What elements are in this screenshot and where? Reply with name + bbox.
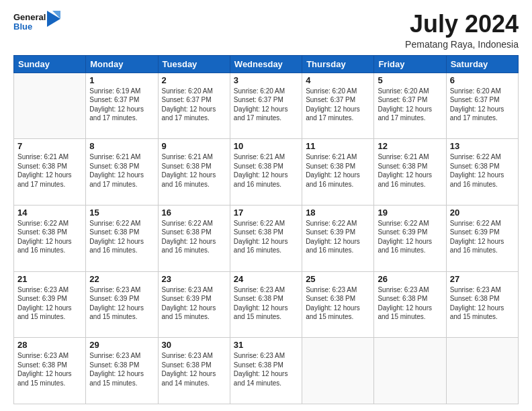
table-row xyxy=(14,73,86,139)
table-row: 14Sunrise: 6:22 AM Sunset: 6:38 PM Dayli… xyxy=(14,205,86,271)
calendar-table: Sunday Monday Tuesday Wednesday Thursday… xyxy=(13,55,519,404)
table-row: 1Sunrise: 6:19 AM Sunset: 6:37 PM Daylig… xyxy=(86,73,158,139)
day-number: 1 xyxy=(89,75,154,85)
table-row: 16Sunrise: 6:22 AM Sunset: 6:38 PM Dayli… xyxy=(158,205,230,271)
svg-text:General: General xyxy=(13,12,46,22)
table-row: 20Sunrise: 6:22 AM Sunset: 6:39 PM Dayli… xyxy=(446,205,518,271)
table-row: 19Sunrise: 6:22 AM Sunset: 6:39 PM Dayli… xyxy=(374,205,446,271)
table-row: 15Sunrise: 6:22 AM Sunset: 6:38 PM Dayli… xyxy=(86,205,158,271)
day-info: Sunrise: 6:23 AM Sunset: 6:39 PM Dayligh… xyxy=(17,285,82,322)
day-info: Sunrise: 6:21 AM Sunset: 6:38 PM Dayligh… xyxy=(17,152,82,189)
day-info: Sunrise: 6:23 AM Sunset: 6:38 PM Dayligh… xyxy=(162,351,226,387)
day-info: Sunrise: 6:21 AM Sunset: 6:38 PM Dayligh… xyxy=(234,152,298,189)
calendar-week-row: 28Sunrise: 6:23 AM Sunset: 6:38 PM Dayli… xyxy=(14,338,519,404)
day-info: Sunrise: 6:23 AM Sunset: 6:38 PM Dayligh… xyxy=(306,285,370,322)
table-row: 7Sunrise: 6:21 AM Sunset: 6:38 PM Daylig… xyxy=(14,139,86,205)
day-number: 9 xyxy=(162,141,226,151)
logo-arrow-icon xyxy=(47,11,60,35)
day-info: Sunrise: 6:22 AM Sunset: 6:38 PM Dayligh… xyxy=(234,219,298,255)
table-row: 24Sunrise: 6:23 AM Sunset: 6:38 PM Dayli… xyxy=(230,271,302,338)
table-row xyxy=(302,338,374,404)
day-info: Sunrise: 6:23 AM Sunset: 6:38 PM Dayligh… xyxy=(17,351,82,387)
day-info: Sunrise: 6:21 AM Sunset: 6:38 PM Dayligh… xyxy=(162,152,226,189)
day-number: 20 xyxy=(450,208,515,218)
table-row: 30Sunrise: 6:23 AM Sunset: 6:38 PM Dayli… xyxy=(158,338,230,404)
day-info: Sunrise: 6:19 AM Sunset: 6:37 PM Dayligh… xyxy=(89,87,154,123)
logo: General Blue xyxy=(13,11,48,35)
day-info: Sunrise: 6:21 AM Sunset: 6:38 PM Dayligh… xyxy=(89,152,154,189)
day-number: 17 xyxy=(234,208,298,218)
table-row xyxy=(374,338,446,404)
month-title: July 2024 xyxy=(405,11,519,38)
calendar-header-row: Sunday Monday Tuesday Wednesday Thursday… xyxy=(14,55,519,73)
day-info: Sunrise: 6:23 AM Sunset: 6:38 PM Dayligh… xyxy=(450,285,515,322)
day-number: 25 xyxy=(306,274,370,284)
day-number: 19 xyxy=(378,208,442,218)
day-info: Sunrise: 6:22 AM Sunset: 6:38 PM Dayligh… xyxy=(450,152,515,189)
day-number: 22 xyxy=(89,274,154,284)
title-block: July 2024 Pematang Raya, Indonesia xyxy=(405,11,519,50)
day-info: Sunrise: 6:21 AM Sunset: 6:38 PM Dayligh… xyxy=(306,152,370,189)
day-number: 28 xyxy=(17,340,82,350)
day-info: Sunrise: 6:20 AM Sunset: 6:37 PM Dayligh… xyxy=(306,87,370,123)
col-wednesday: Wednesday xyxy=(230,55,302,73)
table-row: 9Sunrise: 6:21 AM Sunset: 6:38 PM Daylig… xyxy=(158,139,230,205)
day-number: 2 xyxy=(162,75,226,85)
table-row: 12Sunrise: 6:21 AM Sunset: 6:38 PM Dayli… xyxy=(374,139,446,205)
day-info: Sunrise: 6:21 AM Sunset: 6:38 PM Dayligh… xyxy=(378,152,442,189)
col-saturday: Saturday xyxy=(446,55,518,73)
day-number: 5 xyxy=(378,75,442,85)
day-info: Sunrise: 6:22 AM Sunset: 6:38 PM Dayligh… xyxy=(89,219,154,255)
col-tuesday: Tuesday xyxy=(158,55,230,73)
day-number: 16 xyxy=(162,208,226,218)
day-number: 8 xyxy=(89,141,154,151)
day-info: Sunrise: 6:20 AM Sunset: 6:37 PM Dayligh… xyxy=(234,87,298,123)
table-row: 13Sunrise: 6:22 AM Sunset: 6:38 PM Dayli… xyxy=(446,139,518,205)
table-row: 11Sunrise: 6:21 AM Sunset: 6:38 PM Dayli… xyxy=(302,139,374,205)
table-row: 5Sunrise: 6:20 AM Sunset: 6:37 PM Daylig… xyxy=(374,73,446,139)
day-info: Sunrise: 6:23 AM Sunset: 6:38 PM Dayligh… xyxy=(234,285,298,322)
day-info: Sunrise: 6:20 AM Sunset: 6:37 PM Dayligh… xyxy=(162,87,226,123)
day-number: 4 xyxy=(306,75,370,85)
day-info: Sunrise: 6:23 AM Sunset: 6:39 PM Dayligh… xyxy=(89,285,154,322)
table-row: 18Sunrise: 6:22 AM Sunset: 6:39 PM Dayli… xyxy=(302,205,374,271)
table-row xyxy=(446,338,518,404)
day-number: 26 xyxy=(378,274,442,284)
table-row: 8Sunrise: 6:21 AM Sunset: 6:38 PM Daylig… xyxy=(86,139,158,205)
day-info: Sunrise: 6:20 AM Sunset: 6:37 PM Dayligh… xyxy=(450,87,515,123)
calendar-week-row: 14Sunrise: 6:22 AM Sunset: 6:38 PM Dayli… xyxy=(14,205,519,271)
day-number: 13 xyxy=(450,141,515,151)
day-info: Sunrise: 6:22 AM Sunset: 6:38 PM Dayligh… xyxy=(17,219,82,255)
table-row: 29Sunrise: 6:23 AM Sunset: 6:38 PM Dayli… xyxy=(86,338,158,404)
table-row: 23Sunrise: 6:23 AM Sunset: 6:39 PM Dayli… xyxy=(158,271,230,338)
day-info: Sunrise: 6:22 AM Sunset: 6:38 PM Dayligh… xyxy=(162,219,226,255)
table-row: 27Sunrise: 6:23 AM Sunset: 6:38 PM Dayli… xyxy=(446,271,518,338)
table-row: 3Sunrise: 6:20 AM Sunset: 6:37 PM Daylig… xyxy=(230,73,302,139)
day-number: 11 xyxy=(306,141,370,151)
table-row: 22Sunrise: 6:23 AM Sunset: 6:39 PM Dayli… xyxy=(86,271,158,338)
day-info: Sunrise: 6:22 AM Sunset: 6:39 PM Dayligh… xyxy=(306,219,370,255)
day-number: 7 xyxy=(17,141,82,151)
col-monday: Monday xyxy=(86,55,158,73)
location: Pematang Raya, Indonesia xyxy=(405,39,519,50)
table-row: 28Sunrise: 6:23 AM Sunset: 6:38 PM Dayli… xyxy=(14,338,86,404)
day-info: Sunrise: 6:20 AM Sunset: 6:37 PM Dayligh… xyxy=(378,87,442,123)
day-number: 31 xyxy=(234,340,298,350)
day-number: 23 xyxy=(162,274,226,284)
calendar-week-row: 21Sunrise: 6:23 AM Sunset: 6:39 PM Dayli… xyxy=(14,271,519,338)
day-number: 27 xyxy=(450,274,515,284)
table-row: 17Sunrise: 6:22 AM Sunset: 6:38 PM Dayli… xyxy=(230,205,302,271)
col-sunday: Sunday xyxy=(14,55,86,73)
day-number: 10 xyxy=(234,141,298,151)
day-number: 14 xyxy=(17,208,82,218)
header: General Blue July 2024 Pematang Raya, In… xyxy=(13,11,519,50)
day-number: 29 xyxy=(89,340,154,350)
table-row: 2Sunrise: 6:20 AM Sunset: 6:37 PM Daylig… xyxy=(158,73,230,139)
page: General Blue July 2024 Pematang Raya, In… xyxy=(0,0,532,411)
day-info: Sunrise: 6:23 AM Sunset: 6:38 PM Dayligh… xyxy=(378,285,442,322)
table-row: 31Sunrise: 6:23 AM Sunset: 6:38 PM Dayli… xyxy=(230,338,302,404)
table-row: 4Sunrise: 6:20 AM Sunset: 6:37 PM Daylig… xyxy=(302,73,374,139)
table-row: 26Sunrise: 6:23 AM Sunset: 6:38 PM Dayli… xyxy=(374,271,446,338)
calendar-week-row: 1Sunrise: 6:19 AM Sunset: 6:37 PM Daylig… xyxy=(14,73,519,139)
day-info: Sunrise: 6:22 AM Sunset: 6:39 PM Dayligh… xyxy=(378,219,442,255)
